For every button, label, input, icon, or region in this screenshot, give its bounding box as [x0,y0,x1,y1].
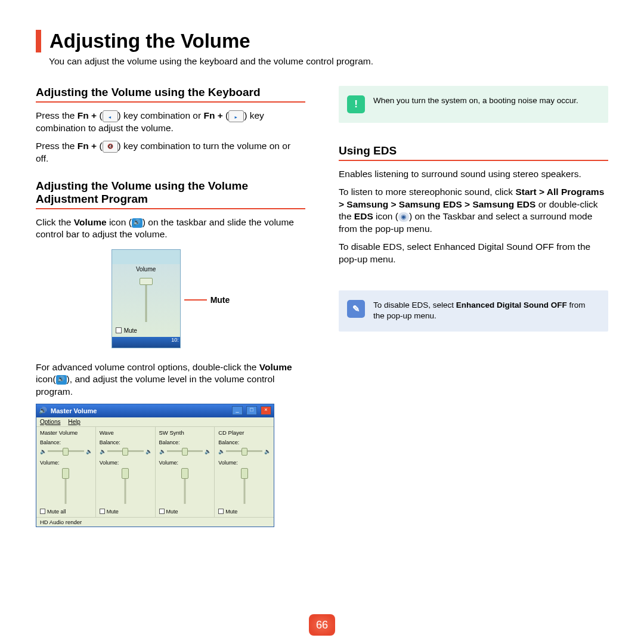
channel: Wave Balance: 🔈🔈 Volume: Mute [96,427,156,517]
window-titlebar[interactable]: 🔊 Master Volume _ □ × [36,404,274,417]
master-volume-window: 🔊 Master Volume _ □ × Options Help Maste… [36,404,274,527]
mute-row[interactable]: Mute all [40,509,92,515]
taskbar-clock: 10: [171,337,179,348]
popup-mute-row[interactable]: Mute [112,326,180,337]
text-bold: Volume [259,362,292,372]
window-menu[interactable]: Options Help [36,417,274,427]
page-title: Adjusting the Volume [49,30,250,52]
volume-popup-with-callout: Volume Mute 10: Mute [112,247,230,353]
volume-slider[interactable] [178,467,192,505]
channel-name: CD Player [218,429,270,436]
text: For advanced volume control options, dou… [36,362,259,372]
mute-checkbox[interactable] [40,509,45,514]
para-keyboard-1: Press the Fn + () key combination or Fn … [36,110,305,134]
text: ), and adjust the volume level in the vo… [36,374,275,396]
popup-slider-thumb[interactable] [140,278,153,285]
balance-label: Balance: [218,439,270,445]
text-bold: Enhanced Digital Sound OFF [456,301,567,309]
mute-checkbox[interactable] [218,509,224,514]
volume-slider[interactable] [58,467,73,505]
info-box-eds-disable: ✎ To disable EDS, select Enhanced Digita… [339,290,608,331]
volume-tray-icon [132,218,143,228]
content-columns: Adjusting the Volume using the Keyboard … [36,86,608,527]
balance-slider[interactable]: 🔈🔈 [100,447,151,456]
mute-label: Mute [107,509,119,515]
mute-row[interactable]: Mute [100,509,151,515]
text: Click the [36,217,74,227]
channel-name: Wave [100,429,151,436]
balance-label: Balance: [100,439,151,445]
right-column: ! When you turn the system on, a booting… [339,86,608,527]
popup-taskbar: 10: [112,337,180,348]
left-column: Adjusting the Volume using the Keyboard … [36,86,305,527]
info-box-boot-noise: ! When you turn the system on, a booting… [339,86,608,123]
popup-top [112,250,180,264]
volume-down-key-icon [103,110,118,122]
text-bold: Fn + [203,110,225,120]
mute-callout-label: Mute [210,295,230,305]
text-bold: Volume [74,217,107,227]
volume-slider[interactable] [237,467,252,505]
text: Press the [36,141,78,151]
channel: SW Synth Balance: 🔈🔈 Volume: Mute [156,427,215,517]
volume-label: Volume: [159,460,211,466]
close-button[interactable]: × [261,406,271,415]
volume-popup-screenshot: Volume Mute 10: [112,249,181,348]
text: To listen to more stereophonic sound, cl… [339,187,515,197]
menu-options[interactable]: Options [40,419,60,425]
text: key combination or [123,110,203,120]
callout-line [184,299,207,301]
mute-label: Mute [225,509,237,515]
section-program-heading: Adjusting the Volume using the Volume Ad… [36,179,305,209]
mute-label: Mute [166,509,178,515]
balance-slider[interactable]: 🔈🔈 [40,447,92,456]
channels-row: Master Volume Balance: 🔈🔈 Volume: Mute a… [36,427,274,517]
window-statusbar: HD Audio render [36,517,274,527]
accent-bar [36,30,41,52]
channel: CD Player Balance: 🔈🔈 Volume: Mute [215,427,274,517]
volume-label: Volume: [40,460,92,466]
para-keyboard-2: Press the Fn + () key combination to tur… [36,140,305,165]
text-bold: Fn + [78,141,100,151]
warning-icon: ! [347,95,365,113]
mute-key-icon [103,141,118,153]
menu-help[interactable]: Help [68,419,80,425]
text-bold: EDS [354,211,373,221]
maximize-button[interactable]: □ [246,406,257,415]
balance-label: Balance: [40,439,92,445]
note-icon: ✎ [347,300,365,318]
text: icon( [36,374,56,384]
para-program-1: Click the Volume icon () on the taskbar … [36,216,305,241]
section-eds-heading: Using EDS [339,144,608,161]
text: To disable EDS, select [373,301,456,309]
popup-slider-track[interactable] [112,274,180,326]
para-eds-3: To disable EDS, select Enhanced Digital … [339,241,608,265]
text: icon ( [109,217,132,227]
section-keyboard-heading: Adjusting the Volume using the Keyboard [36,86,305,103]
balance-label: Balance: [159,439,211,445]
page-subtitle: You can adjust the volume using the keyb… [49,56,608,67]
mute-checkbox[interactable] [159,509,165,514]
page-number: 66 [309,614,335,636]
balance-slider[interactable]: 🔈🔈 [218,447,270,456]
volume-tray-icon [56,375,67,385]
text: Press the [36,110,78,120]
popup-mute-label: Mute [124,327,137,334]
text-bold: Fn + [78,110,100,120]
channel-name: SW Synth [159,429,211,436]
window-title: Master Volume [51,407,97,414]
volume-up-key-icon [228,110,244,122]
minimize-button[interactable]: _ [232,406,243,415]
mute-checkbox[interactable] [116,327,122,333]
para-eds-2: To listen to more stereophonic sound, cl… [339,186,608,235]
mute-row[interactable]: Mute [218,509,270,515]
window-icon: 🔊 [39,407,47,414]
mute-row[interactable]: Mute [159,509,211,515]
mute-checkbox[interactable] [100,509,105,514]
channel-name: Master Volume [40,429,92,436]
volume-slider[interactable] [118,467,132,505]
volume-label: Volume: [218,460,270,466]
para-program-2: For advanced volume control options, dou… [36,361,305,398]
text: icon ( [376,211,398,221]
balance-slider[interactable]: 🔈🔈 [159,447,211,456]
